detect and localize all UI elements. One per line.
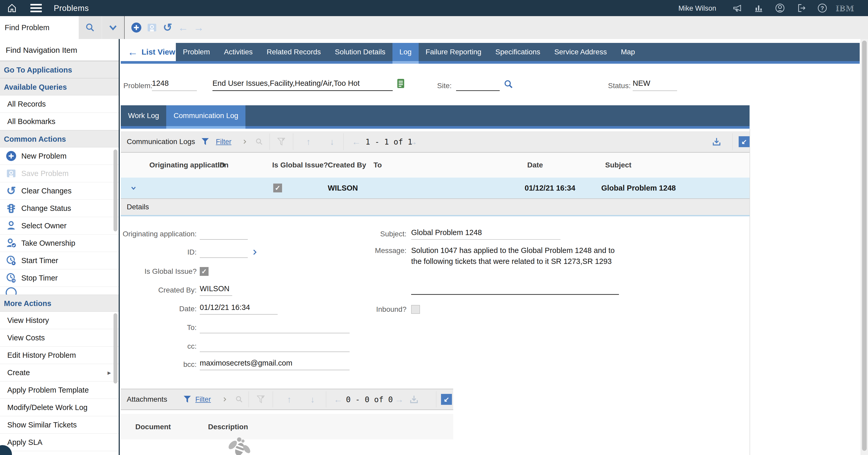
site-field[interactable] xyxy=(456,79,500,91)
to-field[interactable] xyxy=(200,322,349,333)
find-navigation-input[interactable]: Find Navigation Item xyxy=(0,39,119,61)
next-page-icon[interactable]: → xyxy=(408,131,417,152)
page-title: Problems xyxy=(54,4,89,13)
attachments-next-page-icon[interactable]: → xyxy=(395,389,404,409)
sidebar-item-take-ownership[interactable]: Take Ownership xyxy=(0,234,119,252)
attachments-filter-chevron-icon[interactable] xyxy=(222,389,228,409)
bcc-field[interactable]: maximosecrets@gmail.com xyxy=(200,359,349,370)
message-field[interactable]: Solution 1047 has applied to the Global … xyxy=(411,245,616,267)
previous-record-button[interactable]: ← xyxy=(177,22,189,33)
previous-page-icon[interactable]: ← xyxy=(352,131,361,152)
list-view-back-button[interactable]: ← List View xyxy=(121,43,176,64)
panel-right-border xyxy=(750,129,750,455)
tab-failure-reporting[interactable]: Failure Reporting xyxy=(419,43,489,64)
sidebar: Find Navigation Item Go To Applications … xyxy=(0,39,120,455)
cc-field[interactable] xyxy=(200,341,349,352)
tab-problem[interactable]: Problem xyxy=(176,43,217,64)
help-icon[interactable]: ? xyxy=(817,3,828,13)
tab-log[interactable]: Log xyxy=(393,43,419,64)
sidebar-item-save-problem[interactable]: Save Problem xyxy=(0,165,119,182)
problem-description-field[interactable]: End User Issues,Facility,Heating/Air,Too… xyxy=(213,79,393,91)
problem-label: Problem: xyxy=(123,82,152,90)
tab-service-address[interactable]: Service Address xyxy=(547,43,614,64)
find-problem-input[interactable] xyxy=(0,16,79,39)
next-record-button[interactable]: → xyxy=(193,22,205,33)
sidebar-item-stop-timer[interactable]: Stop Timer xyxy=(0,269,119,287)
table-search-icon[interactable] xyxy=(255,131,264,152)
attachments-previous-page-icon[interactable]: ← xyxy=(334,389,343,409)
menu-icon[interactable] xyxy=(30,4,42,12)
clear-filter-icon[interactable] xyxy=(277,131,285,152)
long-description-icon[interactable] xyxy=(397,79,405,89)
sidebar-item-create[interactable]: Create ▸ xyxy=(0,364,119,381)
find-search-button[interactable] xyxy=(79,16,101,39)
col-document: Document xyxy=(135,423,171,431)
filter-expand-chevron-icon[interactable] xyxy=(242,131,248,152)
next-row-icon[interactable]: ↓ xyxy=(330,131,334,152)
problem-id-field[interactable]: 1248 xyxy=(152,79,197,91)
new-record-button[interactable] xyxy=(130,22,142,33)
filter-link[interactable]: Filter xyxy=(216,131,231,152)
sidebar-scrollbar-thumb[interactable] xyxy=(114,149,117,231)
attachments-filter-funnel-icon[interactable] xyxy=(183,389,191,409)
sidebar-item-change-status[interactable]: Change Status xyxy=(0,200,119,217)
sidebar-item-new-problem[interactable]: New Problem xyxy=(0,147,119,165)
attachments-clear-filter-icon[interactable] xyxy=(257,389,265,409)
comm-table-row[interactable]: ✓ WILSON 01/12/21 16:34 Global Problem 1… xyxy=(121,177,750,199)
logout-icon[interactable] xyxy=(796,3,806,13)
collapse-table-button[interactable]: ↙ xyxy=(739,131,750,152)
attachments-filter-link[interactable]: Filter xyxy=(195,389,211,409)
sidebar-item-view-costs[interactable]: View Costs xyxy=(0,329,119,347)
global-issue-checkbox[interactable]: ✓ xyxy=(200,267,209,276)
tab-solution-details[interactable]: Solution Details xyxy=(328,43,393,64)
tab-activities[interactable]: Activities xyxy=(217,43,259,64)
sidebar-item-select-owner[interactable]: Select Owner xyxy=(0,217,119,234)
sidebar-scrollbar-thumb-2[interactable] xyxy=(114,313,117,383)
user-name[interactable]: Mike Wilson xyxy=(678,4,716,12)
attachments-search-icon[interactable] xyxy=(235,389,243,409)
sidebar-item-apply-problem-template[interactable]: Apply Problem Template xyxy=(0,381,119,399)
details-form: Originating application: ID: Is Global I… xyxy=(121,216,750,388)
svg-text:?: ? xyxy=(820,5,824,11)
sidebar-item-clear-changes[interactable]: ↺ Clear Changes xyxy=(0,182,119,200)
announcement-icon[interactable] xyxy=(733,3,743,13)
col-date: Date xyxy=(527,161,543,169)
sidebar-item-view-history[interactable]: View History xyxy=(0,312,119,329)
attachments-collapse-button[interactable]: ↙ xyxy=(441,389,452,409)
sidebar-item-show-similar-tickets[interactable]: Show Similar Tickets xyxy=(0,416,119,434)
filter-funnel-icon[interactable] xyxy=(201,131,209,152)
tab-communication-log[interactable]: Communication Log xyxy=(166,105,245,129)
sidebar-item-view-slas[interactable]: View SLAs xyxy=(0,451,119,455)
row-expand-chevron-icon[interactable] xyxy=(130,184,137,194)
sidebar-item-modify-delete-work-log[interactable]: Modify/Delete Work Log xyxy=(0,399,119,416)
inbound-checkbox[interactable] xyxy=(411,305,420,314)
details-section-header[interactable]: Details xyxy=(121,199,750,216)
site-lookup-icon[interactable] xyxy=(503,79,514,90)
find-options-chevron-button[interactable] xyxy=(102,16,124,39)
report-chart-icon[interactable] xyxy=(753,3,764,13)
previous-row-icon[interactable]: ↑ xyxy=(306,131,311,152)
status-field[interactable]: NEW xyxy=(633,79,677,91)
tab-related-records[interactable]: Related Records xyxy=(260,43,328,64)
subject-field[interactable]: Global Problem 1248 xyxy=(411,228,560,240)
sidebar-item-start-timer[interactable]: Start Timer xyxy=(0,252,119,269)
clear-changes-button[interactable]: ↺ xyxy=(161,22,174,33)
sidebar-item-apply-sla[interactable]: Apply SLA xyxy=(0,434,119,451)
download-icon[interactable] xyxy=(712,131,721,152)
tab-map[interactable]: Map xyxy=(614,43,642,64)
created-by-field[interactable]: WILSON xyxy=(200,284,232,296)
sidebar-item-all-bookmarks[interactable]: All Bookmarks xyxy=(0,113,119,130)
home-icon[interactable] xyxy=(7,3,17,13)
attachments-next-row-icon[interactable]: ↓ xyxy=(310,389,315,409)
page-scrollbar-thumb[interactable] xyxy=(862,40,867,451)
profile-icon[interactable] xyxy=(775,3,785,13)
sidebar-item-edit-history-problem[interactable]: Edit History Problem xyxy=(0,347,119,364)
collapse-icon: ↙ xyxy=(444,396,449,403)
page-scrollbar[interactable] xyxy=(861,39,868,455)
row-global-checkbox[interactable]: ✓ xyxy=(273,183,282,192)
tab-specifications[interactable]: Specifications xyxy=(488,43,547,64)
attachments-previous-row-icon[interactable]: ↑ xyxy=(287,389,291,409)
save-button[interactable] xyxy=(146,22,158,33)
attachments-download-icon[interactable] xyxy=(409,389,419,409)
tab-work-log[interactable]: Work Log xyxy=(121,105,166,129)
